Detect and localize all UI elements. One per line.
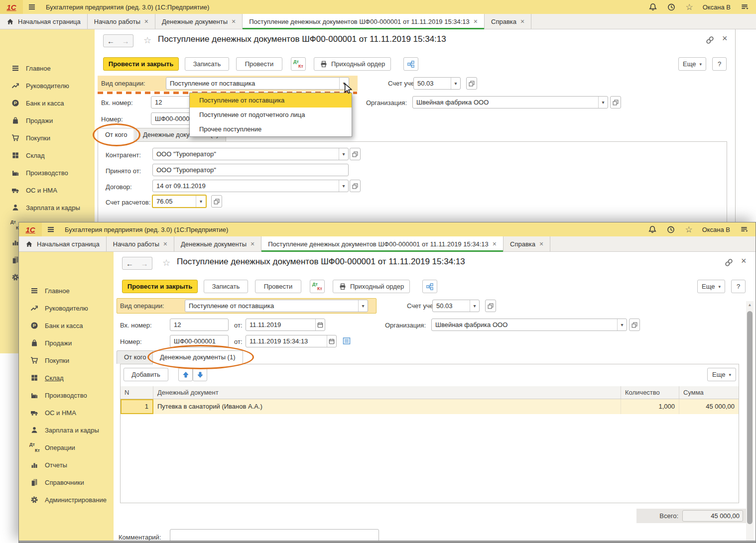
- add-row-button[interactable]: Добавить: [124, 368, 168, 381]
- tab-money-documents[interactable]: Денежные документы: [155, 14, 243, 29]
- main-menu-button[interactable]: [23, 0, 41, 14]
- tab-help[interactable]: Справка: [504, 236, 550, 251]
- post-button[interactable]: Провести: [255, 280, 301, 293]
- favorites-star-icon[interactable]: [685, 2, 693, 12]
- dropdown-option-supplier[interactable]: Поступление от поставщика: [190, 93, 352, 108]
- help-button[interactable]: ?: [731, 280, 746, 293]
- operation-field[interactable]: Поступление от поставщика: [185, 300, 368, 312]
- account-field[interactable]: 50.03: [432, 300, 480, 312]
- 1c-logo[interactable]: 1С: [19, 222, 42, 236]
- sidebar-item-fixed-assets[interactable]: ОС и НМА: [19, 405, 114, 420]
- notifications-bell-icon[interactable]: [648, 2, 657, 11]
- scroll-up-icon[interactable]: [746, 302, 754, 308]
- favorite-star-icon[interactable]: [143, 35, 151, 46]
- dropdown-option-other[interactable]: Прочее поступление: [190, 122, 352, 136]
- open-counterparty-button[interactable]: [350, 148, 361, 160]
- combo-arrow-icon[interactable]: [339, 78, 349, 89]
- list-icon[interactable]: [342, 336, 351, 345]
- receipt-order-button[interactable]: Приходный ордер: [333, 280, 410, 293]
- combo-arrow-icon[interactable]: [598, 97, 608, 108]
- cell-document[interactable]: Путевка в санаторий (Иванов А.А.): [153, 399, 621, 414]
- sidebar-item-bank-cash[interactable]: Банк и касса: [19, 318, 114, 333]
- open-organization-button[interactable]: [610, 96, 621, 109]
- structure-button[interactable]: [403, 57, 418, 71]
- sidebar-item-warehouse[interactable]: Склад: [19, 370, 114, 385]
- sidebar-item-operations[interactable]: ДтКтОперации: [19, 440, 114, 455]
- open-account-button[interactable]: [466, 77, 477, 90]
- sidebar-item-bank-cash[interactable]: Банк и касса: [0, 96, 95, 110]
- user-name[interactable]: Оксана В: [702, 226, 730, 233]
- show-postings-button[interactable]: ДтКт: [310, 280, 325, 293]
- page-tab-from-whom[interactable]: От кого: [117, 350, 153, 364]
- service-menu-icon[interactable]: [740, 225, 749, 234]
- tab-document[interactable]: Поступление денежных документов ШФ00-000…: [261, 236, 504, 251]
- tab-close-icon[interactable]: [144, 18, 148, 25]
- sidebar-item-production[interactable]: Производство: [0, 165, 95, 180]
- operation-field[interactable]: Поступление от поставщика: [166, 77, 349, 90]
- service-menu-icon[interactable]: [740, 2, 749, 11]
- incoming-date-field[interactable]: 11.11.2019: [246, 319, 325, 331]
- structure-button[interactable]: [422, 280, 437, 293]
- organization-field[interactable]: Швейная фабрика ООО: [431, 319, 627, 331]
- move-up-button[interactable]: [178, 368, 193, 381]
- tab-close-icon[interactable]: [251, 240, 254, 247]
- dropdown-option-accountable[interactable]: Поступление от подотчетного лица: [190, 108, 352, 122]
- page-tab-money-documents[interactable]: Денежные документы (1): [152, 350, 243, 364]
- open-settlement-account-button[interactable]: [211, 195, 222, 208]
- sidebar-item-main[interactable]: Главное: [0, 61, 95, 76]
- calendar-icon[interactable]: [315, 319, 325, 330]
- page-tab-from-whom[interactable]: От кого: [98, 128, 134, 142]
- post-and-close-button[interactable]: Провести и закрыть: [122, 280, 198, 293]
- show-postings-button[interactable]: ДтКт: [291, 57, 306, 71]
- move-down-button[interactable]: [193, 368, 207, 381]
- combo-arrow-icon[interactable]: [451, 78, 460, 89]
- sidebar-item-administration[interactable]: Администрирование: [19, 492, 114, 507]
- history-icon[interactable]: [666, 225, 675, 234]
- calendar-icon[interactable]: [327, 335, 336, 347]
- tab-getting-started[interactable]: Начало работы: [88, 14, 155, 29]
- close-form-icon[interactable]: [741, 256, 747, 266]
- sidebar-item-reports[interactable]: Отчеты: [19, 457, 114, 472]
- forward-button[interactable]: [118, 34, 133, 47]
- receipt-order-button[interactable]: Приходный ордер: [314, 57, 391, 71]
- account-field[interactable]: 50.03: [413, 77, 461, 90]
- close-form-icon[interactable]: [722, 33, 728, 44]
- user-name[interactable]: Оксана В: [703, 3, 731, 11]
- more-button[interactable]: Еще: [697, 280, 725, 293]
- cell-n[interactable]: 1: [121, 399, 153, 414]
- cell-amount[interactable]: 45 000,00: [679, 399, 739, 414]
- get-link-icon[interactable]: [705, 35, 715, 45]
- counterparty-field[interactable]: ООО "Туроператор": [152, 148, 349, 160]
- sidebar-item-main[interactable]: Главное: [19, 283, 114, 298]
- comment-input[interactable]: [170, 529, 379, 542]
- tab-home[interactable]: Начальная страница: [0, 14, 88, 29]
- tab-close-icon[interactable]: [232, 18, 236, 25]
- sidebar-item-sales[interactable]: Продажи: [0, 113, 95, 128]
- combo-arrow-icon[interactable]: [617, 319, 627, 330]
- column-header-document[interactable]: Денежный документ: [153, 386, 621, 399]
- main-menu-button[interactable]: [42, 222, 60, 236]
- more-button[interactable]: Еще: [678, 57, 706, 71]
- sidebar-item-directories[interactable]: Справочники: [19, 475, 114, 490]
- table-row[interactable]: 1 Путевка в санаторий (Иванов А.А.) 1,00…: [121, 399, 739, 414]
- open-organization-button[interactable]: [629, 319, 640, 331]
- help-button[interactable]: ?: [712, 57, 727, 71]
- combo-arrow-icon[interactable]: [470, 300, 479, 312]
- tab-getting-started[interactable]: Начало работы: [107, 236, 174, 251]
- back-button[interactable]: [122, 257, 137, 270]
- 1c-logo[interactable]: 1С: [0, 0, 23, 14]
- accepted-from-field[interactable]: ООО "Туроператор": [152, 164, 349, 176]
- number-field[interactable]: ШФ00-000001: [170, 335, 229, 347]
- sidebar-item-manager[interactable]: Руководителю: [0, 78, 95, 93]
- history-icon[interactable]: [667, 2, 676, 11]
- write-button[interactable]: Записать: [185, 57, 229, 71]
- sidebar-item-purchases[interactable]: Покупки: [0, 130, 95, 145]
- sidebar-item-salary-hr[interactable]: Зарплата и кадры: [0, 200, 95, 215]
- favorite-star-icon[interactable]: [162, 257, 170, 268]
- tab-help[interactable]: Справка: [485, 14, 531, 29]
- incoming-number-field[interactable]: 12: [170, 319, 229, 331]
- column-header-n[interactable]: N: [121, 386, 153, 399]
- column-header-amount[interactable]: Сумма: [679, 386, 739, 399]
- sidebar-item-production[interactable]: Производство: [19, 388, 114, 403]
- open-account-button[interactable]: [485, 300, 496, 312]
